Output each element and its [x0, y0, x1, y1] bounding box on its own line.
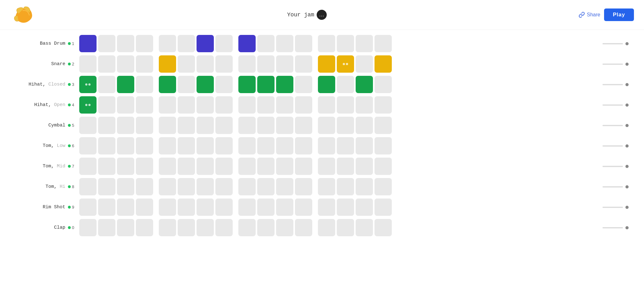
pad-9-7[interactable]: [215, 219, 233, 236]
pad-5-13[interactable]: [337, 137, 354, 154]
pad-1-8[interactable]: [238, 55, 256, 73]
volume-slider-9[interactable]: [602, 227, 623, 228]
pad-9-0[interactable]: [79, 219, 97, 236]
pad-9-2[interactable]: [117, 219, 134, 236]
pad-3-12[interactable]: [318, 96, 335, 114]
pad-9-1[interactable]: [98, 219, 115, 236]
pad-5-9[interactable]: [257, 137, 275, 154]
pad-2-7[interactable]: [215, 76, 233, 93]
pad-3-4[interactable]: [159, 96, 176, 114]
pad-1-9[interactable]: [257, 55, 275, 73]
pad-7-13[interactable]: [337, 178, 354, 195]
pad-3-2[interactable]: [117, 96, 134, 114]
pad-5-12[interactable]: [318, 137, 335, 154]
volume-slider-0[interactable]: [602, 43, 623, 44]
pad-3-6[interactable]: [197, 96, 214, 114]
pad-7-5[interactable]: [178, 178, 195, 195]
pad-8-5[interactable]: [178, 199, 195, 216]
pad-4-12[interactable]: [318, 117, 335, 134]
pad-4-4[interactable]: [159, 117, 176, 134]
pad-1-15[interactable]: [375, 55, 392, 73]
pad-7-6[interactable]: [197, 178, 214, 195]
pad-2-0[interactable]: [79, 76, 97, 93]
pad-7-12[interactable]: [318, 178, 335, 195]
pad-1-11[interactable]: [295, 55, 312, 73]
pad-6-8[interactable]: [238, 158, 256, 175]
pad-7-7[interactable]: [215, 178, 233, 195]
pad-8-10[interactable]: [276, 199, 293, 216]
pad-0-15[interactable]: [375, 35, 392, 52]
pad-6-7[interactable]: [215, 158, 233, 175]
pad-9-15[interactable]: [375, 219, 392, 236]
pad-1-2[interactable]: [117, 55, 134, 73]
pad-4-13[interactable]: [337, 117, 354, 134]
pad-4-3[interactable]: [136, 117, 153, 134]
pad-2-10[interactable]: [276, 76, 293, 93]
pad-5-1[interactable]: [98, 137, 115, 154]
pad-5-15[interactable]: [375, 137, 392, 154]
pad-6-10[interactable]: [276, 158, 293, 175]
pad-8-0[interactable]: [79, 199, 97, 216]
pad-8-13[interactable]: [337, 199, 354, 216]
pad-4-5[interactable]: [178, 117, 195, 134]
pad-3-15[interactable]: [375, 96, 392, 114]
pad-4-14[interactable]: [356, 117, 373, 134]
pad-0-2[interactable]: [117, 35, 134, 52]
pad-5-2[interactable]: [117, 137, 134, 154]
pad-6-13[interactable]: [337, 158, 354, 175]
pad-1-6[interactable]: [197, 55, 214, 73]
pad-0-8[interactable]: [238, 35, 256, 52]
pad-2-1[interactable]: [98, 76, 115, 93]
pad-1-14[interactable]: [356, 55, 373, 73]
pad-9-12[interactable]: [318, 219, 335, 236]
pad-1-4[interactable]: [159, 55, 176, 73]
pad-6-1[interactable]: [98, 158, 115, 175]
volume-slider-4[interactable]: [602, 125, 623, 126]
pad-8-11[interactable]: [295, 199, 312, 216]
pad-8-9[interactable]: [257, 199, 275, 216]
share-button[interactable]: Share: [579, 12, 600, 18]
pad-3-13[interactable]: [337, 96, 354, 114]
pad-4-8[interactable]: [238, 117, 256, 134]
pad-8-3[interactable]: [136, 199, 153, 216]
pad-3-10[interactable]: [276, 96, 293, 114]
play-button[interactable]: Play: [604, 8, 634, 21]
pad-0-6[interactable]: [197, 35, 214, 52]
pad-9-5[interactable]: [178, 219, 195, 236]
pad-4-9[interactable]: [257, 117, 275, 134]
pad-4-15[interactable]: [375, 117, 392, 134]
pad-3-3[interactable]: [136, 96, 153, 114]
pad-0-13[interactable]: [337, 35, 354, 52]
pad-2-8[interactable]: [238, 76, 256, 93]
pad-6-2[interactable]: [117, 158, 134, 175]
pad-9-9[interactable]: [257, 219, 275, 236]
pad-4-2[interactable]: [117, 117, 134, 134]
pad-9-3[interactable]: [136, 219, 153, 236]
pad-2-11[interactable]: [295, 76, 312, 93]
pad-7-11[interactable]: [295, 178, 312, 195]
volume-slider-7[interactable]: [602, 186, 623, 187]
pad-3-0[interactable]: [79, 96, 97, 114]
pad-8-15[interactable]: [375, 199, 392, 216]
pad-9-14[interactable]: [356, 219, 373, 236]
pad-0-5[interactable]: [178, 35, 195, 52]
pad-9-13[interactable]: [337, 219, 354, 236]
pad-5-5[interactable]: [178, 137, 195, 154]
pad-8-7[interactable]: [215, 199, 233, 216]
pad-2-4[interactable]: [159, 76, 176, 93]
pad-9-10[interactable]: [276, 219, 293, 236]
pad-8-2[interactable]: [117, 199, 134, 216]
pad-5-11[interactable]: [295, 137, 312, 154]
pad-9-4[interactable]: [159, 219, 176, 236]
pad-1-10[interactable]: [276, 55, 293, 73]
pad-3-1[interactable]: [98, 96, 115, 114]
pad-6-3[interactable]: [136, 158, 153, 175]
volume-slider-5[interactable]: [602, 145, 623, 147]
pad-4-1[interactable]: [98, 117, 115, 134]
pad-4-10[interactable]: [276, 117, 293, 134]
pad-0-4[interactable]: [159, 35, 176, 52]
pad-5-7[interactable]: [215, 137, 233, 154]
pad-6-15[interactable]: [375, 158, 392, 175]
pad-7-1[interactable]: [98, 178, 115, 195]
pad-0-9[interactable]: [257, 35, 275, 52]
